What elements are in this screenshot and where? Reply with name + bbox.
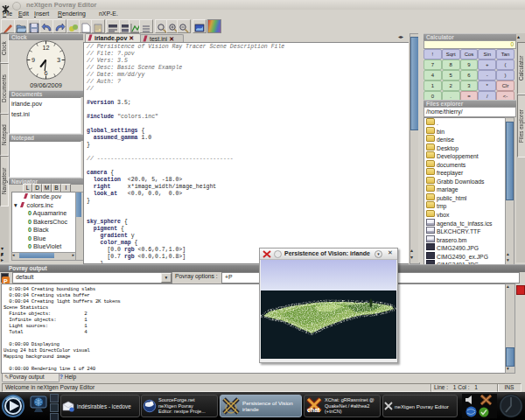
svg-text:chat: chat (307, 407, 320, 413)
svg-text:12: 12 (42, 44, 49, 52)
svg-text:9: 9 (32, 56, 35, 64)
svg-text:3: 3 (57, 56, 60, 64)
